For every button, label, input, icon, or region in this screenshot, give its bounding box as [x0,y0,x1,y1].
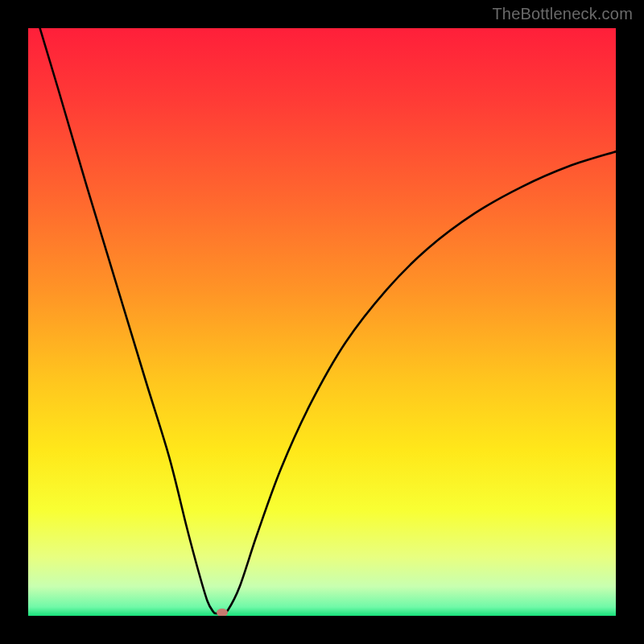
optimum-marker [217,609,228,616]
watermark-text: TheBottleneck.com [492,5,633,23]
chart-frame: TheBottleneck.com [0,0,644,644]
plot-area [28,28,616,616]
bottleneck-curve [28,28,616,616]
